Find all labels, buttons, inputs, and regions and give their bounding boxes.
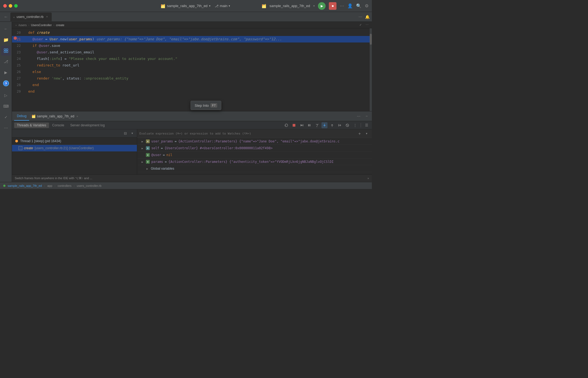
var-name-user-params: user_params <box>151 139 173 143</box>
debug-tab-main[interactable]: Debug <box>14 112 29 121</box>
debug-layout-btn[interactable]: ☰ <box>364 122 370 128</box>
notifications-bell[interactable]: 🔔 <box>365 15 370 19</box>
tab-console[interactable]: Console <box>50 123 67 128</box>
var-eq-params: = <box>165 160 167 164</box>
debug-minimize-button[interactable]: − <box>364 113 370 119</box>
tab-back-button[interactable]: ← <box>2 14 10 19</box>
run-button[interactable]: ▶ <box>318 2 326 10</box>
more-menu-icon[interactable]: ⋯ <box>340 3 344 8</box>
resume-toolbar-btn[interactable] <box>299 122 305 128</box>
sidebar-structure-icon[interactable] <box>1 46 11 56</box>
minimize-button[interactable] <box>9 4 12 8</box>
sidebar-debug-run-icon[interactable]: ▷ <box>1 90 11 100</box>
svg-rect-0 <box>4 49 6 50</box>
restart-toolbar-btn[interactable] <box>283 122 289 128</box>
pause-toolbar-btn[interactable] <box>306 122 312 128</box>
editor-scrollbar[interactable] <box>370 28 372 111</box>
var-expand-params[interactable]: ▶ <box>140 160 144 164</box>
sep-v <box>361 123 361 127</box>
line-num-24: 24 <box>12 56 24 62</box>
line-num-23: 23 <box>12 49 24 56</box>
editor-scrollbar-thumb[interactable] <box>370 34 372 45</box>
line-content-28: end <box>24 82 369 88</box>
accessibility-badge: ♿ <box>3 80 9 86</box>
var-val-user-params: {ActionController::Parameters} {"name"=>… <box>178 139 339 143</box>
tab-close-button[interactable]: × <box>45 15 49 19</box>
sidebar-folder-icon[interactable]: 📁 <box>1 35 11 45</box>
code-line-23: 23 @user.send_activation_email <box>12 49 372 56</box>
sidebar-todo-icon[interactable]: ✓ <box>1 112 11 122</box>
breadcrumb-path: /users <box>19 23 27 27</box>
var-user-params[interactable]: ▶ v user_params = {ActionController::Par… <box>137 138 372 145</box>
frame-create[interactable]: □ create [users_controller.rb:21] (Users… <box>12 145 137 151</box>
close-button[interactable] <box>3 4 7 8</box>
var-val-user: nil <box>166 153 172 157</box>
var-expand-user-params[interactable]: ▶ <box>140 139 144 143</box>
svg-rect-6 <box>308 124 309 126</box>
search-icon[interactable]: 🔍 <box>356 3 362 8</box>
status-sep2: › <box>54 184 56 187</box>
var-global-variables[interactable]: ▶ Global variables <box>137 165 372 172</box>
mute-breakpoints-btn[interactable] <box>344 122 350 128</box>
step-over-btn[interactable] <box>314 122 320 128</box>
var-user[interactable]: v @user = nil <box>137 152 372 158</box>
sidebar-back-icon[interactable]: ← <box>1 24 11 34</box>
debug-header: Debug 🗂️ sample_rails_app_7th_ed × ⋯ − <box>12 111 372 121</box>
status-bar-left: sample_rails_app_7th_ed › app › controll… <box>3 184 369 187</box>
var-name-global: Global variables <box>151 167 174 170</box>
breadcrumb-method: create <box>56 23 65 27</box>
sidebar-icons: ← 📁 ⎇ ▶ ♿ ▷ ⌨ ✓ ⋯ <box>0 22 12 182</box>
var-val-self: {UsersController} #<UsersController:0x00… <box>164 146 272 150</box>
var-params[interactable]: ▶ v params = {ActionController::Paramete… <box>137 158 372 165</box>
tab-threads-variables[interactable]: Threads & Variables <box>14 123 49 128</box>
branch-icon: ⎇ <box>215 4 219 8</box>
content-area: ⬦ /users › UsersController › create ✓ ⋯ … <box>12 22 372 182</box>
branch-selector[interactable]: ⎇ main ▾ <box>215 4 230 8</box>
code-line-22: 22 if @user.save <box>12 42 372 49</box>
maximize-button[interactable] <box>14 4 18 8</box>
sidebar-git-icon[interactable]: ⎇ <box>1 57 11 66</box>
var-expand-global[interactable]: ▶ <box>145 167 149 170</box>
watches-add-btn[interactable]: + <box>357 131 363 137</box>
editor-more-icon[interactable]: ⋯ <box>366 23 369 27</box>
debug-more-button[interactable]: ⋯ <box>356 113 362 119</box>
line-num-20: 20 <box>12 29 24 36</box>
step-out-btn[interactable] <box>329 122 335 128</box>
var-self[interactable]: ▶ v self = {UsersController} #<UsersCont… <box>137 145 372 152</box>
evaluate-expression-input[interactable] <box>139 132 355 135</box>
tab-server-log[interactable]: Server development log <box>68 123 108 128</box>
traffic-lights <box>3 4 18 8</box>
status-project[interactable]: sample_rails_app_7th_ed <box>8 184 42 187</box>
line-content-24: flash[:info] = "Please check your email … <box>24 56 369 62</box>
project-name-label: sample_rails_app_7th_ed <box>167 4 207 8</box>
sidebar-accessibility-icon[interactable]: ♿ <box>1 78 11 88</box>
debug-settings-btn[interactable]: ⋮ <box>352 122 358 128</box>
debug-session-close[interactable]: × <box>76 115 78 118</box>
debug-sub-tab-right: ⋮ ☰ <box>283 122 370 128</box>
user-icon[interactable]: 👤 <box>347 3 353 8</box>
status-dot <box>3 185 5 187</box>
line-content-21: @user = User.new(user_params) user_param… <box>24 36 369 42</box>
var-expand-self[interactable]: ▶ <box>140 146 144 150</box>
threads-filter-btn[interactable]: ⊟ <box>122 130 128 136</box>
step-into-btn[interactable] <box>321 122 327 128</box>
status-bar: sample_rails_app_7th_ed › app › controll… <box>0 182 372 189</box>
thread-name-label: Thread 1 [sleep] (pid 16434) <box>20 139 61 143</box>
project-selector[interactable]: 🗂️ sample_rails_app_7th_ed ▾ <box>161 4 210 8</box>
sidebar-more-icon[interactable]: ⋯ <box>1 123 11 133</box>
watches-dropdown-btn[interactable]: ▾ <box>364 131 370 137</box>
stop-button[interactable]: ■ <box>329 2 336 10</box>
line-content-22: if @user.save <box>24 42 369 49</box>
sidebar-run-icon[interactable]: ▶ <box>1 68 11 77</box>
tab-users-controller[interactable]: ⬦ users_controller.rb × <box>10 13 52 21</box>
settings-icon[interactable]: ⚙ <box>365 3 369 8</box>
sidebar-terminal-icon[interactable]: ⌨ <box>1 101 11 111</box>
frame-file-info: [users_controller.rb:21] (UsersControlle… <box>35 146 94 150</box>
threads-expand-btn[interactable]: ▾ <box>129 130 135 136</box>
run-to-cursor-btn[interactable] <box>337 122 343 128</box>
thread-1[interactable]: Thread 1 [sleep] (pid 16434) <box>12 138 137 145</box>
stop-toolbar-btn[interactable] <box>291 122 297 128</box>
tab-more-options[interactable]: ⋯ <box>359 15 362 19</box>
notification-close-btn[interactable]: × <box>367 177 369 180</box>
main-layout: ← 📁 ⎇ ▶ ♿ ▷ ⌨ ✓ ⋯ ⬦ /users › UsersContro… <box>0 22 372 182</box>
